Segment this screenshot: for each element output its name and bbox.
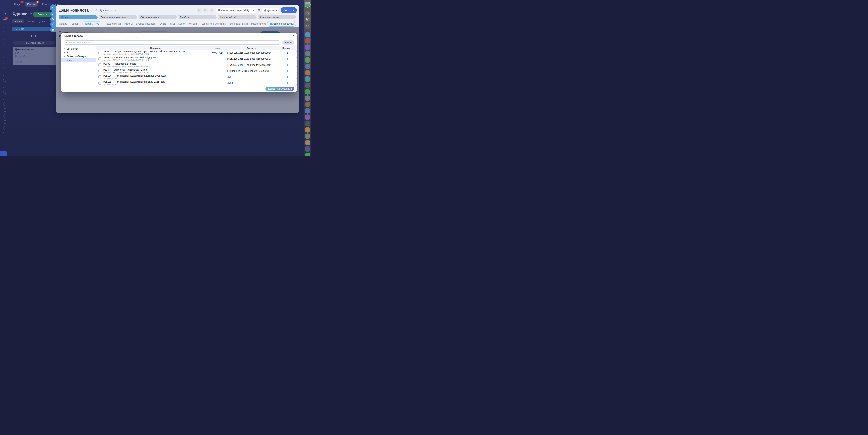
quantity-input[interactable] bbox=[286, 75, 297, 79]
search-input[interactable] bbox=[64, 40, 280, 45]
rail-icon[interactable] bbox=[3, 102, 7, 106]
category-licenses[interactable]: Лицензии/Товары bbox=[61, 54, 96, 58]
menu-icon[interactable] bbox=[3, 3, 6, 7]
tab-business-processes[interactable]: Бизнес-процессы bbox=[136, 23, 156, 25]
chat-avatar[interactable] bbox=[305, 146, 310, 152]
tab-leads[interactable]: Лиды 3 bbox=[12, 2, 23, 6]
rail-icon[interactable] bbox=[3, 96, 7, 100]
chat-avatar[interactable] bbox=[305, 108, 310, 114]
rail-icon[interactable] bbox=[3, 132, 7, 136]
tab-business-lines[interactable]: Деловые линии bbox=[230, 23, 248, 25]
rail-chip-v[interactable]: В bbox=[3, 49, 4, 51]
deals-funnel-icon[interactable]: 6 bbox=[3, 18, 7, 22]
category-services[interactable]: Услуги bbox=[61, 58, 96, 62]
view-activities[interactable]: Дела bbox=[37, 19, 47, 24]
row-checkbox[interactable] bbox=[98, 76, 101, 79]
rail-icon[interactable] bbox=[3, 60, 7, 64]
edit-pencil-icon[interactable] bbox=[90, 9, 93, 11]
add-selected-button[interactable]: Добавить выбранные bbox=[266, 87, 294, 91]
tab-upd[interactable]: УПД bbox=[170, 23, 175, 25]
product-name[interactable]: #336 — Оказание услуг технической поддер… bbox=[103, 56, 208, 59]
quantity-input[interactable] bbox=[286, 51, 297, 55]
tab-robots[interactable]: Роботы bbox=[124, 23, 133, 25]
category-bus[interactable]: БУС bbox=[61, 51, 96, 54]
tab-marketplace[interactable]: Маркетплейс bbox=[251, 23, 267, 25]
document-dropdown[interactable]: Документ bbox=[262, 7, 279, 13]
tab-products[interactable]: Товары bbox=[70, 23, 79, 25]
rail-icon[interactable] bbox=[3, 54, 7, 58]
rail-icon[interactable] bbox=[3, 72, 7, 76]
chat-avatar[interactable] bbox=[305, 152, 310, 156]
notifications-bell-icon[interactable] bbox=[305, 10, 310, 16]
rail-icon[interactable] bbox=[3, 90, 7, 94]
rail-icon[interactable] bbox=[3, 108, 7, 112]
chat-avatar[interactable] bbox=[305, 51, 310, 56]
quantity-input[interactable] bbox=[286, 69, 297, 73]
quick-deal-button[interactable]: + Быстрая сделка bbox=[13, 40, 55, 45]
chat-avatar[interactable] bbox=[305, 76, 310, 82]
stage-final-invoice[interactable]: Финальный счёт bbox=[218, 15, 257, 20]
sms-exchange-icon[interactable] bbox=[210, 8, 214, 12]
bottom-left-widget[interactable] bbox=[0, 151, 7, 156]
rail-icon[interactable] bbox=[3, 84, 7, 88]
rail-icon[interactable] bbox=[3, 114, 7, 118]
rail-icon[interactable] bbox=[3, 66, 7, 70]
pin-icon[interactable] bbox=[29, 12, 32, 15]
close-icon[interactable]: × bbox=[292, 34, 294, 37]
user-avatar[interactable] bbox=[305, 2, 311, 7]
deal-card-add-activity[interactable]: + Дело bbox=[15, 61, 54, 63]
category-bitrix24[interactable]: Битрикс24 bbox=[61, 47, 96, 51]
chat-avatar[interactable] bbox=[305, 38, 310, 44]
rail-icon[interactable] bbox=[3, 31, 7, 34]
chat-avatar[interactable] bbox=[305, 89, 310, 94]
product-name[interactable]: #314 — Техническая поддержка (1 мес) bbox=[103, 68, 208, 71]
rail-chip-zk[interactable]: ЗК bbox=[3, 42, 5, 45]
slider-close-button[interactable]: × bbox=[50, 5, 56, 11]
rail-icon[interactable] bbox=[3, 126, 7, 130]
chat-avatar[interactable] bbox=[305, 121, 310, 126]
tab-completed-tasks[interactable]: Выполненные задачи bbox=[202, 23, 226, 25]
chat-avatar[interactable] bbox=[305, 83, 310, 88]
quantity-input[interactable] bbox=[286, 63, 297, 67]
quantity-input[interactable] bbox=[286, 81, 297, 85]
call-phone-icon[interactable] bbox=[197, 8, 202, 12]
deal-card[interactable]: Демо копилота 0 ₽ 28 сентября + Дело bbox=[13, 47, 56, 65]
tab-deals[interactable]: Сделки 2 bbox=[25, 2, 38, 6]
deal-category-selector[interactable]: Для тестов bbox=[100, 9, 112, 12]
slider-open-new-window-icon[interactable] bbox=[50, 22, 56, 27]
kanban-column-header[interactable]: Новая (1) bbox=[12, 27, 56, 31]
product-name[interactable]: #310 — Консультации и внедрение программ… bbox=[103, 50, 208, 53]
invoice-button[interactable]: Счёт bbox=[281, 7, 297, 13]
quantity-input[interactable] bbox=[286, 57, 297, 61]
product-name[interactable]: #25104 — Техническая поддержка за декабр… bbox=[103, 75, 208, 77]
view-list[interactable]: Список bbox=[25, 19, 36, 24]
chat-avatar[interactable] bbox=[305, 140, 310, 145]
stage-prepay-invoice[interactable]: Счёт на предоплату bbox=[138, 15, 177, 20]
chat-avatar[interactable] bbox=[305, 70, 310, 76]
slider-copy-link-icon[interactable] bbox=[50, 11, 56, 16]
rail-icon[interactable] bbox=[3, 78, 7, 82]
row-checkbox[interactable] bbox=[98, 51, 101, 54]
chat-avatar[interactable] bbox=[305, 57, 310, 63]
chat-avatar[interactable] bbox=[305, 32, 310, 37]
tab-quotes[interactable]: Предложения bbox=[105, 23, 121, 25]
tab-history[interactable]: История bbox=[188, 23, 198, 25]
rail-icon[interactable] bbox=[3, 25, 7, 29]
chat-avatar[interactable] bbox=[305, 45, 310, 50]
chat-avatar[interactable] bbox=[305, 95, 310, 101]
slider-print-icon[interactable] bbox=[50, 27, 56, 32]
chat-avatar[interactable] bbox=[305, 102, 310, 107]
chat-avatar[interactable] bbox=[305, 63, 310, 69]
home-icon[interactable] bbox=[3, 12, 7, 16]
stage-close-deal[interactable]: Завершить сделку bbox=[257, 15, 297, 20]
slider-download-icon[interactable] bbox=[50, 17, 56, 22]
product-name[interactable]: #2088 — Разработка BI-очета bbox=[103, 62, 208, 65]
stage-new[interactable]: Новая bbox=[59, 15, 98, 20]
rail-icon[interactable] bbox=[3, 36, 7, 40]
chats-icon[interactable] bbox=[305, 23, 310, 29]
row-checkbox[interactable] bbox=[98, 63, 101, 66]
tab-invoices[interactable]: Счета bbox=[159, 23, 166, 25]
gear-icon[interactable]: ⚙ bbox=[258, 8, 260, 12]
email-icon[interactable] bbox=[203, 8, 208, 12]
business-processes-button[interactable]: Бизнес-процессы bbox=[267, 21, 296, 27]
